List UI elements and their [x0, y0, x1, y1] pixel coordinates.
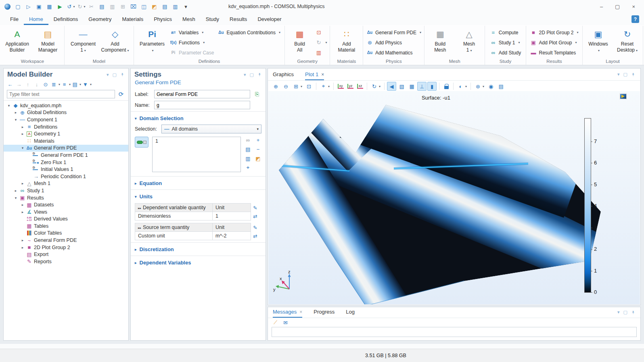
tree-filter-input[interactable] — [7, 90, 115, 98]
tree-item-reports[interactable]: ✎Reports — [4, 258, 128, 265]
ribbon-tab-home[interactable]: Home — [24, 15, 48, 25]
undo-button[interactable]: ↺▾ — [65, 2, 75, 12]
move-up-button[interactable]: ↑ — [24, 80, 32, 88]
add-plot-group-button[interactable]: ▣Add Plot Group▾ — [529, 38, 579, 47]
ribbon-tab-geometry[interactable]: Geometry — [83, 15, 117, 25]
tree-item-general-form-pde[interactable]: ▸~General Form PDE — [4, 237, 128, 244]
messages-output[interactable] — [272, 327, 637, 337]
panel-pin-icon[interactable]: 🖈 — [257, 72, 262, 77]
forward-button[interactable]: → — [15, 80, 23, 88]
build-mesh-button[interactable]: ▦BuildMesh — [426, 26, 454, 53]
add-math-button[interactable]: ΔuAdd Mathematics — [365, 48, 422, 57]
label-field-input[interactable] — [154, 90, 250, 98]
panel-pin-icon[interactable]: 🖈 — [120, 72, 125, 77]
build-all-button[interactable]: ▦BuildAll — [286, 26, 313, 53]
default-view-button[interactable]: ⌖▾ — [319, 82, 331, 91]
tree-item-general-form-pde-1[interactable]: DGeneral Form PDE 1 — [4, 152, 128, 159]
ribbon-tab-definitions[interactable]: Definitions — [48, 15, 84, 25]
add-physics-button[interactable]: ⊛Add Physics — [365, 38, 422, 47]
tree-item-component-1[interactable]: ▾—Component 1 — [4, 116, 128, 123]
geom-update-button[interactable]: ↻▾ — [314, 38, 328, 47]
close-tab-icon[interactable]: × — [321, 72, 324, 77]
tree-item-geometry-1[interactable]: ▸AGeometry 1 — [4, 130, 128, 137]
section-equation[interactable]: ▸ Equation — [131, 177, 266, 189]
open-file-button[interactable]: ▷ — [23, 2, 33, 12]
zoom-to-selection-button[interactable]: ⌖ — [245, 164, 251, 171]
study-button[interactable]: ∞Study 1▾ — [489, 38, 522, 47]
collapse-arrow-icon[interactable]: ▾ — [13, 118, 19, 122]
panel-float-icon[interactable]: ▢ — [250, 72, 254, 77]
rename-icon[interactable]: ⎘ — [253, 91, 261, 98]
change-unit-icon[interactable]: ⇄ — [253, 213, 257, 219]
show-grid-button[interactable]: ▦ — [407, 82, 416, 91]
result-templates-button[interactable]: ▬Result Templates — [529, 48, 579, 57]
new-file-button[interactable]: ▢ — [13, 2, 23, 12]
tree-item-2d-plot-group-2[interactable]: ▸■2D Plot Group 2 — [4, 244, 128, 251]
expand-arrow-icon[interactable]: ▸ — [20, 238, 25, 242]
tree-item-kdv-equation-mph[interactable]: ▾◆kdv_equation.mph — [4, 102, 128, 109]
pde-button[interactable]: ΔuGeneral Form PDE▾ — [365, 28, 422, 37]
close-tab-icon[interactable]: × — [299, 309, 302, 315]
panel-menu-icon[interactable]: ▾ — [107, 72, 109, 77]
tree-item-mesh-1[interactable]: ▸△Mesh 1 — [4, 180, 128, 187]
compute-button[interactable]: =Compute — [489, 28, 522, 37]
panel-float-icon[interactable]: ▢ — [113, 72, 117, 77]
plot-lock-button[interactable] — [442, 82, 451, 91]
selection-dropdown[interactable]: — All domains ▾ — [161, 125, 261, 133]
app-builder-button[interactable]: AApplicationBuilder — [2, 26, 32, 53]
expand-arrow-icon[interactable]: ▸ — [20, 125, 25, 129]
expand-arrow-icon[interactable]: ▸ — [20, 245, 25, 250]
image-snapshot-button[interactable]: ◉ — [486, 82, 496, 91]
section-dependent-variables[interactable]: ▸ Dependent Variables — [131, 257, 266, 268]
collapse-arrow-icon[interactable]: ▾ — [6, 104, 12, 108]
tab-progress[interactable]: Progress — [314, 309, 335, 318]
select-box-button[interactable]: ◫ — [139, 2, 149, 12]
collapse-arrow-icon[interactable]: ▾ — [13, 196, 19, 200]
back-button[interactable]: ← — [6, 80, 14, 88]
tree-item-initial-values-1[interactable]: DInitial Values 1 — [4, 166, 128, 173]
paste-button[interactable]: ▥ — [107, 2, 117, 12]
tree-item-derived-values[interactable]: 8.85e-12Derived Values — [4, 216, 128, 223]
zoom-out-button[interactable]: ⊖ — [281, 82, 291, 91]
ribbon-tab-results[interactable]: Results — [224, 15, 252, 25]
functions-button[interactable]: f(x)Functions▾ — [169, 38, 215, 47]
run-button[interactable]: ▶ — [55, 2, 65, 12]
parameters-button[interactable]: PiParameters▾ — [137, 26, 167, 54]
parameter-case-button[interactable]: PiParameter Case — [169, 48, 215, 57]
save-as-button[interactable]: ▦ — [44, 2, 54, 12]
clear-selection-button[interactable]: ◩ — [149, 2, 159, 12]
help-button[interactable]: ? — [631, 15, 639, 23]
rotate-button[interactable]: ↻▾ — [370, 82, 382, 91]
cut-button[interactable]: ✂ — [86, 2, 96, 12]
refresh-icon[interactable]: ⟳ — [117, 90, 125, 98]
tab-graphics[interactable]: Graphics — [273, 71, 294, 80]
comsol-logo-button[interactable] — [2, 2, 13, 12]
tree-item-tables[interactable]: ▦Tables — [4, 223, 128, 230]
selection-list-item[interactable]: 1 — [155, 138, 238, 144]
expand-arrow-icon[interactable]: ▸ — [13, 110, 19, 114]
tree-item-datasets[interactable]: ▸▦Datasets — [4, 201, 128, 208]
edit-quantity-icon[interactable]: ✎ — [253, 205, 257, 211]
tree-item-views[interactable]: ▸∡Views — [4, 208, 128, 216]
reset-desktop-button[interactable]: ↻ResetDesktop▾ — [613, 26, 641, 54]
view-xy-button[interactable]: xy — [336, 82, 345, 91]
tree-item-color-tables[interactable]: Color Tables — [4, 230, 128, 237]
clear-selection-button[interactable]: ◩ — [255, 155, 261, 162]
view-xz-button[interactable]: xz — [355, 82, 364, 91]
panel-pin-icon[interactable]: 🖈 — [631, 310, 636, 315]
add-to-selection-button[interactable]: + — [255, 137, 261, 143]
tree-item-materials[interactable]: ∷Materials — [4, 137, 128, 145]
panel-float-icon[interactable]: ▢ — [623, 310, 627, 315]
tab-plot-1[interactable]: Plot 1× — [305, 71, 324, 80]
plot-area[interactable]: Surface: -u1 — [268, 91, 640, 304]
change-unit-icon[interactable]: ⇄ — [253, 233, 257, 239]
show-toggle-button[interactable]: ⊙ — [42, 80, 50, 88]
units-table-cell[interactable]: Dimensionless — [135, 212, 213, 221]
tree-item-export[interactable]: ▤Export — [4, 251, 128, 258]
units-table-cell[interactable]: m^-2 — [213, 232, 251, 240]
tree-item-zero-flux-1[interactable]: DZero Flux 1 — [4, 159, 128, 166]
save-button[interactable]: ▣ — [34, 2, 44, 12]
close-button[interactable]: × — [632, 4, 635, 10]
expand-arrow-icon[interactable]: ▸ — [20, 210, 25, 214]
redo-button[interactable]: ↻▾ — [76, 2, 86, 12]
